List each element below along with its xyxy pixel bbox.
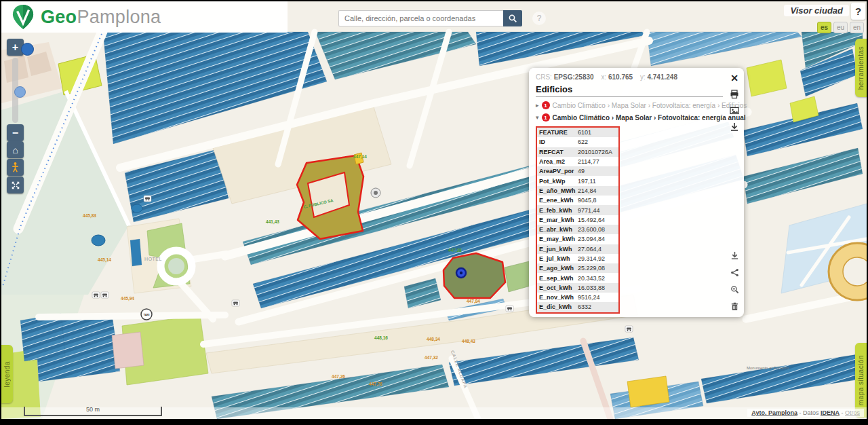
attribute-key: FEATURE <box>539 129 578 136</box>
collapse-arrow-icon[interactable]: ▸ <box>536 102 539 109</box>
zoom-out-button[interactable]: − <box>7 124 24 141</box>
delete-result-button[interactable] <box>729 301 740 312</box>
lang-en-button[interactable]: en <box>850 22 864 33</box>
image-icon <box>730 106 739 115</box>
attribute-value: 16.033,88 <box>578 284 605 291</box>
tools-panel-tab[interactable]: herramientas <box>855 39 867 97</box>
attribute-value: 9771,44 <box>578 207 600 214</box>
magnifier-icon <box>730 285 739 294</box>
svg-text:447,14: 447,14 <box>353 154 367 160</box>
attribute-key: E_nov_kWh <box>539 294 578 301</box>
attribute-key: E_feb_kWh <box>539 207 578 214</box>
attribute-row: E_nov_kWh9516,24 <box>537 293 618 302</box>
selected-building-school[interactable] <box>297 153 363 239</box>
layer-breadcrumb: Cambio Climático › Mapa Solar › Fotovolt… <box>553 114 746 122</box>
download-icon <box>730 122 739 132</box>
layer-result-row-collapsed[interactable]: ▸ 1 Cambio Climático › Mapa Solar › Foto… <box>536 101 730 109</box>
attribute-value: 9045,8 <box>578 197 597 204</box>
search-button[interactable] <box>503 10 522 26</box>
logo-pamplona: Pamplona <box>77 7 161 27</box>
svg-text:448,34: 448,34 <box>427 337 440 342</box>
attribute-table: FEATURE6101ID622REFCAT201010726AArea_m22… <box>536 126 620 314</box>
scale-bar: 50 m <box>24 407 162 416</box>
crs-value: EPSG:25830 <box>554 73 594 81</box>
attribute-value: 9516,24 <box>578 294 600 301</box>
attribute-key: REFCAT <box>539 149 578 155</box>
attribute-row: REFCAT201010726A <box>537 147 618 157</box>
result-count-badge: 1 <box>542 113 550 122</box>
app-logo[interactable]: GeoPamplona <box>41 7 161 28</box>
streetview-button[interactable] <box>7 159 24 176</box>
attribute-row: E_ago_kWh25.229,08 <box>537 263 618 273</box>
attribute-row: ID622 <box>537 137 618 147</box>
zoom-slider-handle[interactable] <box>14 86 26 98</box>
attribute-row: AreaPV_por49 <box>537 166 618 176</box>
popup-actions-top: ✕ <box>729 73 740 132</box>
expand-arrow-icon[interactable]: ▾ <box>536 114 539 121</box>
attribute-value: 15.492,64 <box>578 217 605 223</box>
svg-text:447,38: 447,38 <box>448 248 462 253</box>
attribute-row: E_feb_kWh9771,44 <box>537 205 618 215</box>
svg-text:445,14: 445,14 <box>98 257 111 263</box>
attribute-value: 49 <box>578 168 585 174</box>
attribute-row: E_sep_kWh20.343,52 <box>537 273 618 282</box>
legend-panel-tab[interactable]: leyenda <box>1 345 13 403</box>
attribute-key: AreaPV_por <box>539 168 578 174</box>
svg-text:447,32: 447,32 <box>425 355 438 361</box>
feature-info-popup: CRS: EPSG:25830 x: 610.765 y: 4.741.248 … <box>529 68 744 317</box>
layer-result-row-expanded[interactable]: ▾ 1 Cambio Climático › Mapa Solar › Foto… <box>536 113 730 122</box>
svg-text:445,94: 445,94 <box>121 296 134 301</box>
taxi-sign-icon: TAXI <box>141 309 152 320</box>
attribute-value: 214,84 <box>578 187 597 194</box>
zoom-to-feature-button[interactable] <box>729 284 740 295</box>
attribution-link-idena[interactable]: IDENA <box>821 409 840 416</box>
map-attribution: Ayto. Pamplona - Datos IDENA - Otros <box>747 409 864 417</box>
attribution-link-ayto[interactable]: Ayto. Pamplona <box>751 409 797 416</box>
attribute-key: E_ago_kWh <box>539 265 578 272</box>
print-button[interactable] <box>729 89 740 100</box>
home-button[interactable]: ⌂ <box>7 141 24 158</box>
fullscreen-button[interactable] <box>7 177 24 193</box>
attribute-row: E_jun_kWh27.064,4 <box>537 244 618 254</box>
svg-text:448,43: 448,43 <box>462 339 475 344</box>
attribute-value: 201010726A <box>578 149 612 155</box>
svg-text:447,84: 447,84 <box>467 299 480 304</box>
printer-icon <box>730 90 739 99</box>
help-button[interactable]: ? <box>851 3 865 20</box>
attribute-key: E_abr_kWh <box>539 226 578 233</box>
fullscreen-icon <box>11 181 20 190</box>
coordinates-readout: CRS: EPSG:25830 x: 610.765 y: 4.741.248 <box>536 73 737 81</box>
logo-geo: Geo <box>41 7 77 27</box>
download-feature-button[interactable] <box>729 250 740 261</box>
geopamplona-pin-icon <box>12 4 34 30</box>
monument-icon <box>371 188 380 198</box>
scale-label: 50 m <box>86 406 100 413</box>
overview-map-tab[interactable]: mapa situación <box>855 343 867 418</box>
lang-eu-button[interactable]: eu <box>833 22 848 33</box>
svg-text:445,83: 445,83 <box>83 213 96 219</box>
lang-es-button[interactable]: es <box>817 22 831 33</box>
attribute-key: Pot_kWp <box>539 178 578 185</box>
attribute-value: 622 <box>578 138 588 145</box>
language-switcher: es eu en <box>817 22 864 33</box>
feature-actions <box>729 250 740 312</box>
selected-building-feature[interactable] <box>443 253 505 298</box>
attribute-row: E_may_kWh23.094,84 <box>537 234 618 244</box>
pegman-icon <box>11 162 20 173</box>
attribute-row: FEATURE6101 <box>537 128 618 137</box>
attribute-key: E_sep_kWh <box>539 275 578 282</box>
close-button[interactable]: ✕ <box>729 73 740 84</box>
viewer-title: Visor ciudad <box>784 5 849 16</box>
attribute-row: E_abr_kWh23.600,08 <box>537 225 618 234</box>
search-input[interactable] <box>338 10 503 26</box>
download-report-button[interactable] <box>729 122 740 132</box>
map-viewport[interactable]: TAXI HOTEL C. PÚBLICO SA CALLE ALDAPA Mo… <box>1 1 867 419</box>
zoom-level-indicator[interactable] <box>21 43 34 56</box>
attribute-row: E_oct_kWh16.033,88 <box>537 283 618 293</box>
attribution-link-otros[interactable]: Otros <box>845 409 860 416</box>
search-help-icon[interactable]: ? <box>532 12 546 25</box>
share-button[interactable] <box>729 267 740 278</box>
export-image-button[interactable] <box>729 105 740 116</box>
download-icon <box>730 251 739 260</box>
search-icon <box>508 14 517 23</box>
